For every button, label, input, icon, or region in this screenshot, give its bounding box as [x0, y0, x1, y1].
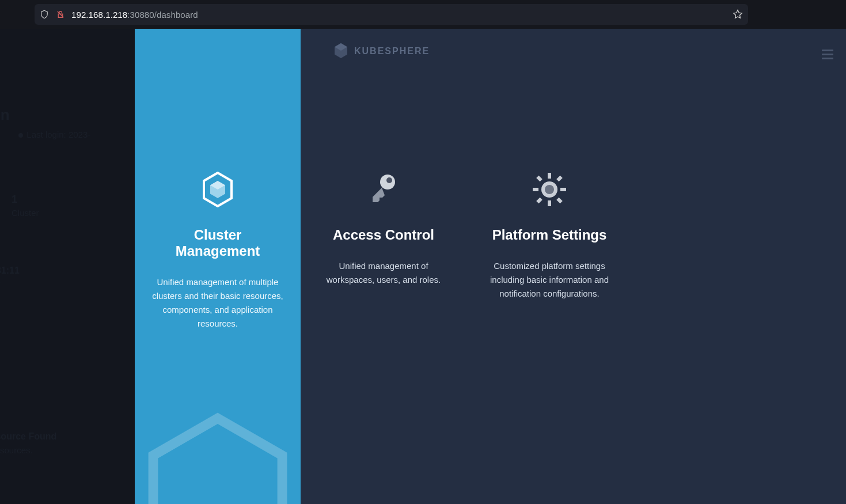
browser-address-bar: 192.168.1.218:30880/dashboard	[0, 0, 846, 29]
menu-card-platform-settings[interactable]: Platform Settings Customized platform se…	[466, 29, 632, 504]
card-desc: Unified management of multiple clusters …	[152, 275, 283, 331]
decorative-hex-icon	[137, 412, 298, 504]
card-desc: Unified management of workspaces, users,…	[318, 259, 449, 287]
svg-rect-11	[556, 198, 563, 204]
card-desc: Customized platform settings including b…	[484, 259, 615, 301]
menu-card-access-control[interactable]: Access Control Unified management of wor…	[301, 29, 466, 504]
cluster-hex-icon	[200, 172, 236, 207]
menu-card-cluster-management[interactable]: Cluster Management Unified management of…	[135, 29, 301, 504]
svg-rect-6	[533, 188, 538, 191]
gear-icon	[532, 172, 567, 207]
insecure-lock-icon	[55, 9, 66, 20]
svg-rect-9	[556, 176, 563, 182]
card-title: Access Control	[318, 227, 449, 243]
hamburger-icon[interactable]	[822, 50, 833, 58]
svg-rect-4	[548, 173, 551, 179]
url-pill[interactable]: 192.168.1.218:30880/dashboard	[35, 4, 748, 25]
svg-rect-7	[560, 188, 566, 191]
platform-menu-panel: KUBESPHERE Cluster Management Unified ma…	[135, 29, 846, 504]
shield-icon	[39, 9, 50, 20]
svg-point-12	[545, 185, 554, 194]
svg-rect-10	[536, 198, 542, 204]
card-title: Cluster Management	[152, 227, 283, 259]
svg-rect-5	[548, 200, 551, 206]
key-icon	[366, 172, 401, 207]
svg-point-2	[386, 177, 392, 183]
page-body: nch admin m-admin Last login: 2023- 1 Cl…	[0, 29, 846, 504]
url-text: 192.168.1.218:30880/dashboard	[71, 10, 198, 20]
card-title: Platform Settings	[484, 227, 615, 243]
bookmark-star-icon[interactable]	[732, 9, 743, 20]
svg-rect-8	[536, 176, 542, 182]
